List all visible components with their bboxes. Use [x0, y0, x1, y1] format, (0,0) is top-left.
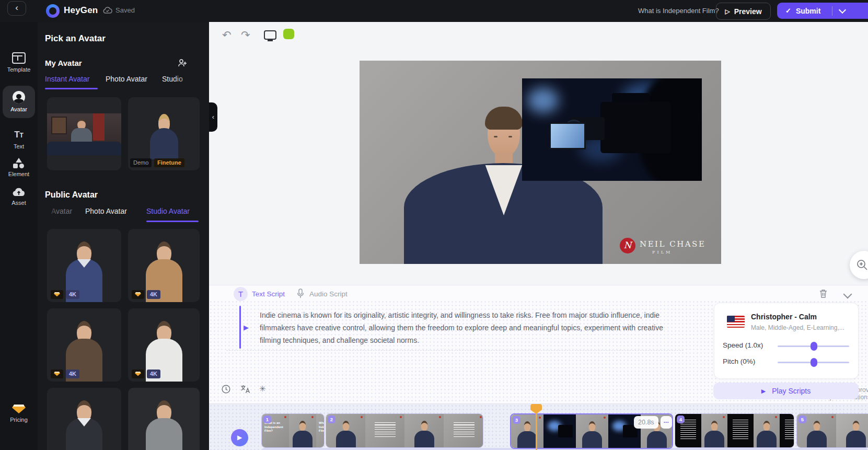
- sidebar-item-element[interactable]: Element: [0, 158, 38, 177]
- left-rail: Template Avatar TT Text Element Asset Pr…: [0, 22, 38, 450]
- clock-icon: [222, 385, 230, 394]
- tabs2-fade-left: [44, 205, 57, 218]
- video-frame[interactable]: N NEIL CHASE FILM: [360, 61, 721, 264]
- neil-chase-logo-sub: FILM: [652, 250, 672, 255]
- my-avatar-heading: My Avatar: [45, 59, 82, 67]
- premium-diamond-icon: [51, 370, 63, 378]
- openai-icon: ✳: [259, 384, 266, 393]
- premium-diamond-icon: [132, 370, 144, 378]
- presenter-hair: [485, 107, 523, 130]
- tab-instant-avatar[interactable]: Instant Avatar: [45, 75, 89, 83]
- preview-button[interactable]: ▷ Preview: [716, 3, 771, 20]
- text-icon: TT: [0, 130, 38, 141]
- preview-label: Preview: [734, 7, 762, 16]
- submit-label: Submit: [796, 7, 820, 15]
- thumb-title-slide: What is an Independent Film?: [316, 414, 325, 447]
- script-play-icon[interactable]: ▶: [244, 324, 249, 331]
- clip-number: 1: [263, 416, 271, 423]
- public-avatar-card-sweater[interactable]: 4K: [47, 308, 121, 382]
- saved-label: Saved: [115, 6, 135, 14]
- back-button[interactable]: ‹: [7, 1, 26, 16]
- monitor-icon: [264, 30, 276, 40]
- tab-photo-avatar[interactable]: Photo Avatar: [106, 75, 147, 83]
- avatar-figure: [47, 388, 121, 450]
- 4k-badge: 4K: [147, 290, 160, 299]
- speed-slider-thumb[interactable]: [811, 342, 817, 351]
- script-panel: T Text Script Audio Script ▶ Indie cinem…: [209, 285, 868, 404]
- pitch-slider-thumb[interactable]: [811, 358, 817, 367]
- pitch-slider[interactable]: [778, 362, 849, 363]
- tab-public-studio-avatar[interactable]: Studio Avatar: [146, 207, 190, 215]
- my-avatar-card-video[interactable]: [47, 97, 121, 170]
- clip-number: 5: [798, 416, 806, 423]
- avatar-figure: [128, 388, 200, 450]
- speed-slider[interactable]: [778, 345, 849, 347]
- voice-name: Christopher - Calm: [751, 313, 817, 321]
- pitch-label: Pitch (0%): [723, 357, 755, 365]
- timeline-clip-1[interactable]: 1 What is an Independent Film? What is a…: [261, 413, 325, 448]
- public-avatar-heading: Public Avatar: [45, 190, 98, 200]
- voice-settings-card[interactable]: Christopher - Calm Male, Middle-Aged, E-…: [714, 303, 859, 379]
- public-avatar-card-gray[interactable]: [128, 388, 200, 450]
- camera-body: [600, 102, 671, 153]
- 4k-badge: 4K: [147, 370, 160, 378]
- public-avatar-card-coat[interactable]: 4K: [128, 229, 200, 302]
- pause-duration-button[interactable]: [222, 385, 230, 394]
- sidebar-item-text[interactable]: TT Text: [0, 130, 38, 149]
- project-title[interactable]: What is Independent Film?: [638, 7, 719, 15]
- back-icon: ‹: [15, 3, 18, 13]
- script-collapse-chevron-icon[interactable]: [843, 290, 852, 299]
- undo-button[interactable]: ↶: [222, 29, 232, 41]
- screen-size-button[interactable]: [264, 30, 276, 40]
- camera-lcd-screen: [549, 122, 586, 149]
- tab-text-script[interactable]: Text Script: [252, 290, 285, 298]
- redo-button[interactable]: ↷: [241, 29, 250, 41]
- gpt-assistant-button[interactable]: ✳: [259, 384, 266, 394]
- public-avatar-card-tshirt[interactable]: 4K: [128, 308, 200, 382]
- neil-chase-logo-text: NEIL CHASE: [640, 239, 705, 249]
- avatar-label: Avatar: [0, 106, 38, 112]
- camera-overlay-image[interactable]: [522, 78, 702, 181]
- tab-audio-script[interactable]: Audio Script: [309, 290, 348, 298]
- template-label: Template: [0, 66, 38, 73]
- speed-label: Speed (1.0x): [723, 341, 763, 349]
- sidebar-item-avatar[interactable]: Avatar: [0, 91, 38, 112]
- add-avatar-button[interactable]: [178, 59, 187, 67]
- tab-public-photo-avatar[interactable]: Photo Avatar: [85, 207, 127, 215]
- microphone-icon[interactable]: [297, 289, 304, 298]
- panel-title: Pick an Avatar: [45, 33, 106, 44]
- translate-icon: [240, 385, 250, 394]
- heygen-logo-icon[interactable]: [46, 4, 60, 18]
- sidebar-item-asset[interactable]: Asset: [0, 187, 38, 206]
- script-text[interactable]: Indie cinema is known for its originalit…: [260, 309, 667, 347]
- public-avatar-card-vest[interactable]: 4K: [47, 229, 121, 302]
- clip-duration-badge[interactable]: 20.8s: [634, 416, 658, 429]
- timeline-clip-5[interactable]: 5: [796, 413, 868, 448]
- submit-chevron-down-icon[interactable]: [839, 6, 846, 14]
- delete-scene-button[interactable]: [819, 289, 827, 298]
- timeline-clip-2[interactable]: 2: [326, 413, 483, 448]
- timeline-play-button[interactable]: ▶: [231, 429, 248, 446]
- 4k-badge: 4K: [66, 370, 79, 378]
- sidebar-item-pricing[interactable]: Pricing: [0, 403, 38, 423]
- asset-upload-icon: [12, 187, 26, 197]
- play-scripts-button[interactable]: ▶ Play Scripts: [713, 383, 859, 399]
- topbar: ‹ HeyGen Saved What is Independent Film?…: [0, 0, 868, 22]
- text-script-icon[interactable]: T: [234, 287, 248, 301]
- thumb-black-slide: [780, 414, 794, 447]
- panel-collapse-button[interactable]: ‹: [209, 102, 217, 132]
- clip-number: 2: [328, 416, 335, 423]
- public-avatar-card-suit[interactable]: [47, 388, 121, 450]
- submit-divider: [832, 6, 832, 16]
- play-filled-icon: ▶: [761, 388, 766, 395]
- submit-button[interactable]: ✓ Submit: [777, 3, 868, 19]
- my-avatar-card-finetune[interactable]: Demo Finetune: [128, 97, 200, 170]
- background-color-swatch[interactable]: [283, 29, 294, 39]
- timeline-clip-4[interactable]: 4: [675, 413, 794, 448]
- clip-more-button[interactable]: •••: [661, 416, 672, 429]
- sidebar-item-template[interactable]: Template: [0, 52, 38, 73]
- thumb-camera-scene: [543, 414, 576, 448]
- canvas-area: ↶ ↷: [209, 22, 868, 285]
- check-icon: ✓: [785, 7, 791, 15]
- translate-button[interactable]: [240, 385, 250, 394]
